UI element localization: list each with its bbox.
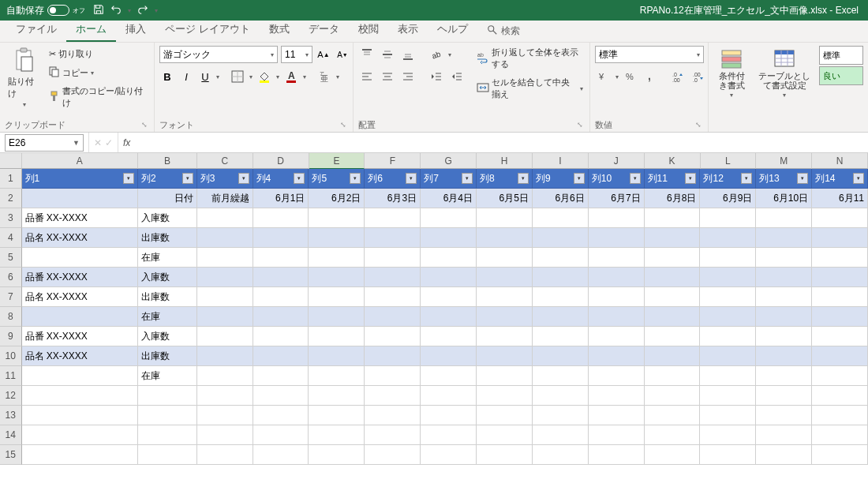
column-header[interactable]: E	[309, 153, 365, 169]
cell[interactable]	[253, 228, 309, 248]
tab-数式[interactable]: 数式	[260, 18, 299, 42]
cell[interactable]	[421, 208, 477, 228]
cell[interactable]	[365, 228, 421, 248]
row-header[interactable]: 1	[0, 169, 22, 189]
row-header[interactable]: 5	[0, 248, 22, 268]
cell[interactable]	[533, 327, 589, 346]
cell[interactable]: 入庫数	[138, 208, 197, 228]
filter-dropdown-icon[interactable]: ▾	[182, 173, 193, 184]
cell[interactable]: 6月8日	[645, 189, 701, 208]
cell[interactable]	[477, 307, 533, 327]
align-center-icon[interactable]	[379, 68, 396, 85]
column-header[interactable]: M	[756, 153, 812, 169]
cell[interactable]	[812, 248, 868, 268]
decrease-indent-icon[interactable]	[428, 68, 445, 85]
cell[interactable]	[812, 425, 868, 445]
filter-dropdown-icon[interactable]: ▾	[518, 173, 529, 184]
cell[interactable]	[365, 445, 421, 465]
cell[interactable]	[589, 346, 645, 366]
cell[interactable]	[645, 268, 701, 287]
conditional-formatting-button[interactable]: 条件付き書式 ▾	[713, 46, 750, 100]
format-painter-button[interactable]: 書式のコピー/貼り付け	[47, 84, 149, 110]
table-header-cell[interactable]: 列12▾	[700, 169, 756, 189]
align-right-icon[interactable]	[399, 68, 417, 85]
cell[interactable]	[477, 445, 533, 465]
worksheet[interactable]: ABCDEFGHIJKLMN 1列1▾列2▾列3▾列4▾列5▾列6▾列7▾列8▾…	[0, 153, 868, 465]
filter-dropdown-icon[interactable]: ▾	[797, 173, 808, 184]
filter-dropdown-icon[interactable]: ▾	[685, 173, 696, 184]
cell[interactable]	[309, 366, 365, 386]
cancel-icon[interactable]: ✕	[94, 137, 102, 148]
dialog-launcher-icon[interactable]: ⤡	[340, 121, 348, 129]
cell[interactable]: 品名 XX-XXXX	[22, 346, 138, 366]
cell[interactable]	[22, 386, 138, 406]
cell[interactable]	[700, 307, 756, 327]
cell[interactable]	[700, 366, 756, 386]
cell[interactable]: 日付	[138, 189, 197, 208]
row-header[interactable]: 10	[0, 346, 22, 366]
cell[interactable]	[309, 386, 365, 406]
cell[interactable]: 6月5日	[477, 189, 533, 208]
cell[interactable]	[645, 445, 701, 465]
table-header-cell[interactable]: 列8▾	[477, 169, 533, 189]
filter-dropdown-icon[interactable]: ▾	[350, 173, 361, 184]
cell[interactable]	[477, 268, 533, 287]
cell[interactable]	[477, 346, 533, 366]
table-header-cell[interactable]: 列4▾	[253, 169, 309, 189]
column-header[interactable]: K	[645, 153, 701, 169]
formula-input[interactable]	[135, 134, 868, 152]
font-name-combo[interactable]: 游ゴシック▾	[159, 46, 278, 63]
filter-dropdown-icon[interactable]: ▾	[406, 173, 417, 184]
tell-me-search[interactable]: 検索	[477, 21, 529, 42]
chevron-down-icon[interactable]: ▾	[448, 51, 451, 58]
cell[interactable]	[138, 445, 197, 465]
cell[interactable]	[421, 327, 477, 346]
cell[interactable]	[812, 287, 868, 307]
cell[interactable]: 6月2日	[309, 189, 365, 208]
cell[interactable]	[421, 228, 477, 248]
cell[interactable]	[533, 208, 589, 228]
cell[interactable]	[700, 208, 756, 228]
cell[interactable]	[756, 228, 812, 248]
save-icon[interactable]	[93, 4, 104, 17]
filter-dropdown-icon[interactable]: ▾	[123, 173, 134, 184]
align-left-icon[interactable]	[358, 68, 376, 85]
cell[interactable]: 前月繰越	[197, 189, 253, 208]
table-header-cell[interactable]: 列1▾	[22, 169, 138, 189]
cell[interactable]	[589, 366, 645, 386]
cell[interactable]	[533, 307, 589, 327]
chevron-down-icon[interactable]: ▾	[336, 73, 339, 80]
cell[interactable]	[421, 268, 477, 287]
cell[interactable]	[477, 425, 533, 445]
cell[interactable]: 6月4日	[421, 189, 477, 208]
cell[interactable]	[421, 287, 477, 307]
row-header[interactable]: 2	[0, 189, 22, 208]
copy-button[interactable]: コピー ▾	[47, 66, 149, 80]
increase-indent-icon[interactable]	[448, 68, 466, 85]
tab-表示[interactable]: 表示	[388, 18, 428, 42]
cell[interactable]	[365, 208, 421, 228]
cell[interactable]	[253, 307, 309, 327]
decrease-decimal-icon[interactable]: .00.0	[690, 68, 707, 85]
name-box[interactable]: E26 ▼	[5, 134, 84, 152]
cell[interactable]	[700, 268, 756, 287]
cell[interactable]	[756, 208, 812, 228]
cell[interactable]	[309, 327, 365, 346]
format-as-table-button[interactable]: テーブルとして書式設定 ▾	[754, 46, 816, 100]
cell[interactable]	[253, 327, 309, 346]
row-header[interactable]: 13	[0, 406, 22, 425]
cell[interactable]	[589, 287, 645, 307]
cell[interactable]: 品番 XX-XXXX	[22, 327, 138, 346]
cell[interactable]	[421, 425, 477, 445]
cell[interactable]	[812, 307, 868, 327]
cell[interactable]	[533, 287, 589, 307]
column-header[interactable]: D	[253, 153, 309, 169]
cell[interactable]	[645, 327, 701, 346]
cell[interactable]	[309, 346, 365, 366]
cell[interactable]	[756, 327, 812, 346]
cell[interactable]	[812, 268, 868, 287]
increase-font-icon[interactable]: A▲	[316, 47, 331, 62]
table-header-cell[interactable]: 列6▾	[365, 169, 421, 189]
cell[interactable]	[253, 386, 309, 406]
cell[interactable]	[533, 248, 589, 268]
